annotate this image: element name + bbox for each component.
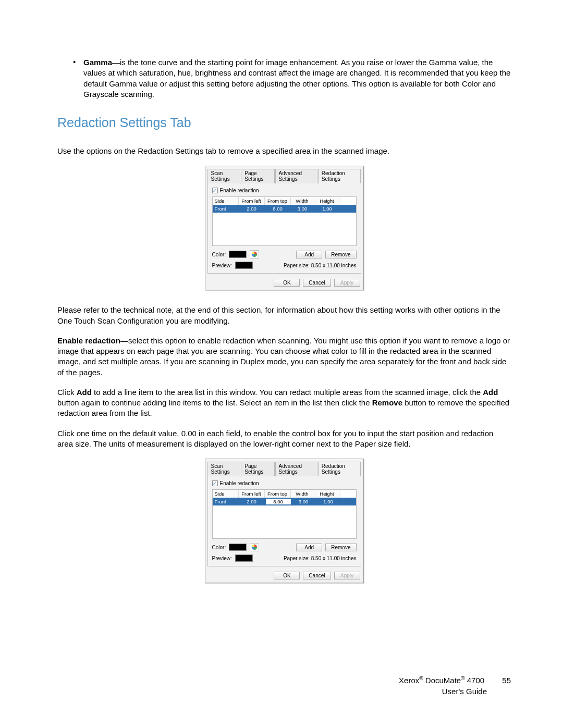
ok-button[interactable]: OK: [274, 572, 300, 579]
paragraph-click-default: Click one time on the default value, 0.0…: [57, 428, 511, 450]
gamma-desc: —is the tone curve and the starting poin…: [83, 58, 510, 98]
page-number: 55: [502, 675, 511, 686]
tab-scan-settings[interactable]: Scan Settings: [207, 169, 241, 183]
color-swatch[interactable]: [229, 251, 247, 258]
cancel-button[interactable]: Cancel: [303, 572, 331, 579]
page-footer: Xerox® DocuMate® 4700 55 User's Guide: [399, 675, 511, 697]
remove-button[interactable]: Remove: [325, 544, 356, 551]
tab-redaction-settings[interactable]: Redaction Settings: [318, 462, 361, 476]
paragraph-add-remove: Click Add to add a line item to the area…: [57, 387, 511, 419]
cancel-button[interactable]: Cancel: [303, 279, 331, 287]
apply-button[interactable]: Apply: [334, 279, 360, 287]
enable-redaction-term: Enable redaction: [57, 336, 120, 345]
col-left: From left: [239, 197, 265, 205]
color-picker-icon[interactable]: [250, 250, 259, 258]
col-width: Width: [291, 197, 314, 205]
tab-page-settings[interactable]: Page Settings: [241, 462, 274, 476]
enable-redaction-checkbox[interactable]: ✓: [212, 188, 218, 193]
gamma-bullet: • Gamma—is the tone curve and the starti…: [73, 57, 511, 100]
preview-swatch: [235, 262, 253, 269]
paragraph-technote: Please refer to the technical note, at t…: [57, 305, 511, 326]
enable-redaction-label: Enable redaction: [220, 480, 259, 486]
ok-button[interactable]: OK: [274, 279, 300, 287]
color-picker-icon[interactable]: [250, 543, 259, 551]
add-button[interactable]: Add: [296, 544, 322, 551]
bullet-dot: •: [73, 57, 83, 100]
enable-redaction-label: Enable redaction: [220, 188, 259, 193]
redaction-list[interactable]: Side From left From top Width Height Fro…: [212, 489, 357, 539]
add-button[interactable]: Add: [296, 251, 322, 258]
remove-button[interactable]: Remove: [325, 251, 356, 258]
section-heading: Redaction Settings Tab: [57, 115, 511, 130]
paper-size: Paper size: 8.50 x 11.00 inches: [284, 556, 357, 561]
redaction-dialog-1: Scan Settings Page Settings Advanced Set…: [205, 166, 364, 290]
tab-redaction-settings[interactable]: Redaction Settings: [318, 169, 361, 183]
gamma-term: Gamma: [83, 58, 112, 67]
redaction-dialog-2: Scan Settings Page Settings Advanced Set…: [205, 459, 364, 583]
tab-advanced-settings[interactable]: Advanced Settings: [275, 462, 317, 476]
table-row[interactable]: Front 2.00 8.00 3.00 1.00: [213, 205, 356, 213]
col-height: Height: [314, 197, 340, 205]
intro-paragraph: Use the options on the Redaction Setting…: [57, 146, 511, 156]
enable-redaction-checkbox[interactable]: ✓: [212, 480, 218, 486]
tab-scan-settings[interactable]: Scan Settings: [207, 462, 241, 476]
from-top-input[interactable]: 8.00: [265, 498, 291, 505]
preview-swatch: [235, 554, 253, 562]
paragraph-enable-redaction: Enable redaction—select this option to e…: [57, 336, 511, 378]
tab-advanced-settings[interactable]: Advanced Settings: [275, 169, 317, 183]
apply-button[interactable]: Apply: [334, 572, 360, 579]
preview-label: Preview:: [212, 263, 232, 268]
color-label: Color:: [212, 252, 226, 257]
col-top: From top: [265, 197, 291, 205]
col-side: Side: [213, 197, 239, 205]
bullet-text: Gamma—is the tone curve and the starting…: [83, 57, 511, 100]
paper-size: Paper size: 8.50 x 11.00 inches: [284, 263, 357, 268]
tab-page-settings[interactable]: Page Settings: [241, 169, 274, 183]
color-swatch[interactable]: [229, 544, 247, 551]
redaction-list[interactable]: Side From left From top Width Height Fro…: [212, 196, 357, 246]
footer-guide: User's Guide: [399, 686, 511, 697]
table-row[interactable]: Front 2.00 8.00 3.00 1.00: [213, 498, 356, 505]
